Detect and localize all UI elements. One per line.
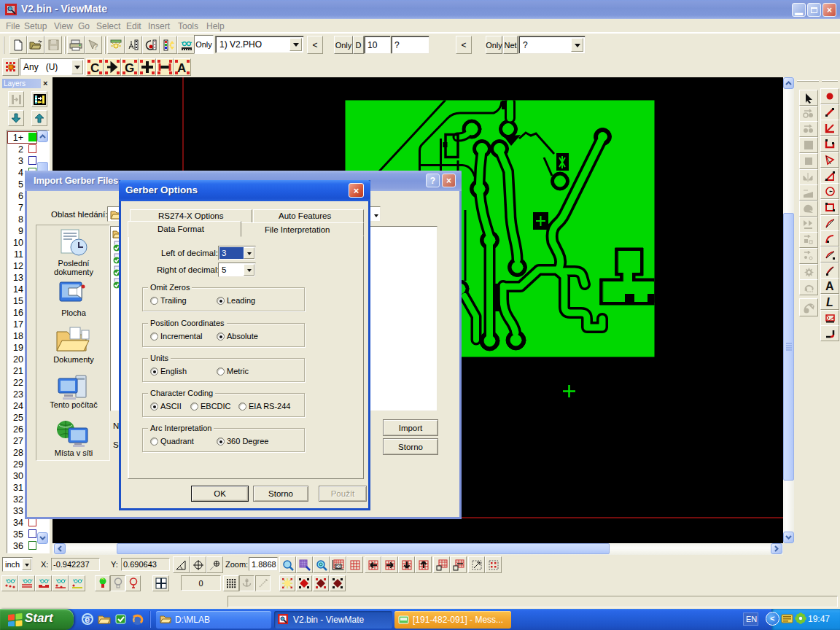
svg-text:D0: D0 xyxy=(336,564,341,569)
svg-text:L: L xyxy=(826,296,833,308)
svg-text:G: G xyxy=(125,61,134,74)
svg-text:C: C xyxy=(90,61,99,74)
svg-text:?: ? xyxy=(93,42,98,51)
svg-text:A: A xyxy=(177,61,186,74)
svg-text:A: A xyxy=(825,280,834,292)
svg-text:e: e xyxy=(85,614,90,625)
